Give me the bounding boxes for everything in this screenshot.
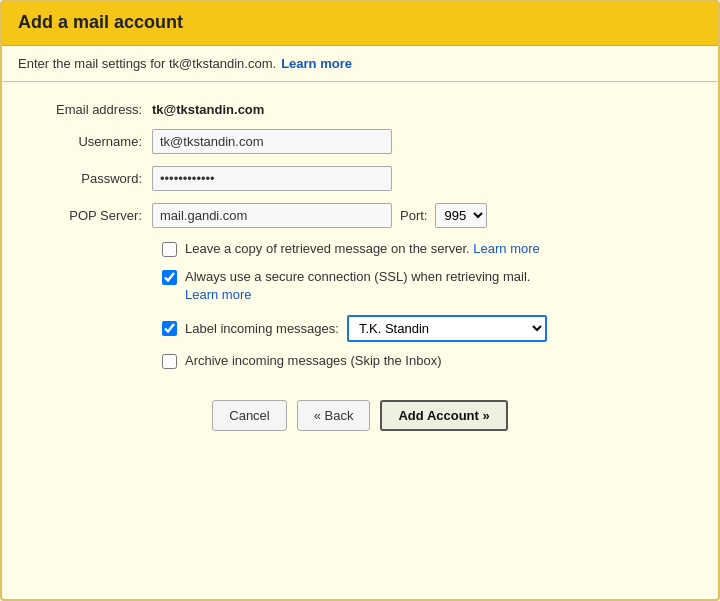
password-label: Password:: [32, 171, 152, 186]
label-incoming-text: Label incoming messages:: [185, 321, 339, 336]
username-row: Username:: [32, 129, 688, 154]
username-input[interactable]: [152, 129, 392, 154]
leave-copy-checkbox[interactable]: [162, 242, 177, 257]
archive-checkbox[interactable]: [162, 354, 177, 369]
ssl-text: Always use a secure connection (SSL) whe…: [185, 268, 530, 304]
info-bar-learn-more-link[interactable]: Learn more: [281, 56, 352, 71]
info-bar: Enter the mail settings for tk@tkstandin…: [2, 46, 718, 82]
dialog-header: Add a mail account: [2, 2, 718, 46]
username-label: Username:: [32, 134, 152, 149]
label-select[interactable]: T.K. Standin: [347, 315, 547, 342]
info-bar-text: Enter the mail settings for tk@tkstandin…: [18, 56, 276, 71]
dialog-title: Add a mail account: [18, 12, 183, 32]
leave-copy-learn-more-link[interactable]: Learn more: [473, 241, 539, 256]
ssl-checkbox[interactable]: [162, 270, 177, 285]
password-input[interactable]: [152, 166, 392, 191]
email-row: Email address: tk@tkstandin.com: [32, 102, 688, 117]
back-button[interactable]: « Back: [297, 400, 371, 431]
password-row: Password:: [32, 166, 688, 191]
button-row: Cancel « Back Add Account »: [32, 400, 688, 431]
leave-copy-text: Leave a copy of retrieved message on the…: [185, 240, 540, 258]
cancel-button[interactable]: Cancel: [212, 400, 286, 431]
label-incoming-checkbox[interactable]: [162, 321, 177, 336]
pop-server-input[interactable]: [152, 203, 392, 228]
ssl-learn-more-link[interactable]: Learn more: [185, 287, 251, 302]
pop-row: Port: 995 110: [152, 203, 487, 228]
ssl-row: Always use a secure connection (SSL) whe…: [32, 268, 688, 304]
port-select[interactable]: 995 110: [435, 203, 487, 228]
archive-text: Archive incoming messages (Skip the Inbo…: [185, 352, 442, 370]
leave-copy-row: Leave a copy of retrieved message on the…: [32, 240, 688, 258]
port-label: Port:: [400, 208, 427, 223]
pop-server-row: POP Server: Port: 995 110: [32, 203, 688, 228]
archive-row: Archive incoming messages (Skip the Inbo…: [32, 352, 688, 370]
add-mail-account-dialog: Add a mail account Enter the mail settin…: [0, 0, 720, 601]
email-label: Email address:: [32, 102, 152, 117]
add-account-button[interactable]: Add Account »: [380, 400, 507, 431]
pop-server-label: POP Server:: [32, 208, 152, 223]
label-row: Label incoming messages: T.K. Standin: [32, 315, 688, 342]
form-area: Email address: tk@tkstandin.com Username…: [2, 82, 718, 451]
email-value: tk@tkstandin.com: [152, 102, 264, 117]
